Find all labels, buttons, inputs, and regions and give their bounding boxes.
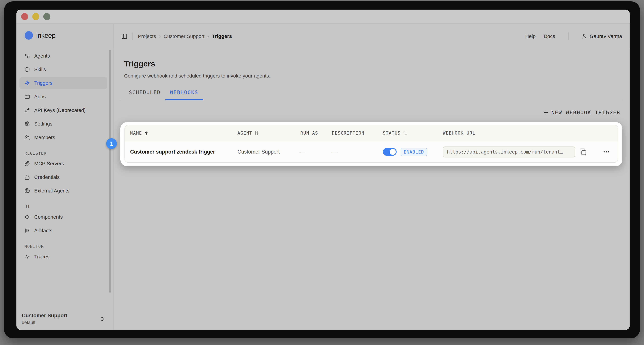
trigger-description: — — [332, 149, 383, 155]
components-icon — [24, 214, 30, 220]
triggers-icon — [24, 80, 30, 86]
column-header-webhook-url: WEBHOOK URL — [443, 131, 618, 136]
column-header-status[interactable]: STATUS — [383, 131, 443, 136]
page-subtitle: Configure webhook and scheduled triggers… — [124, 73, 623, 79]
logo-wordmark: inkeep — [36, 32, 56, 40]
column-header-run-as: RUN AS — [300, 131, 332, 136]
toggle-knob — [390, 149, 396, 155]
project-environment: default — [22, 320, 68, 325]
section-label-ui: UI — [24, 204, 113, 209]
sidebar-item-label: Traces — [34, 254, 50, 260]
mcp-icon — [24, 161, 30, 166]
sidebar-item-mcp-servers[interactable]: MCP Servers — [20, 157, 107, 170]
status-badge: ENABLED — [401, 148, 427, 156]
sidebar-nav: Agents Skills Triggers — [16, 50, 113, 263]
user-name: Gaurav Varma — [590, 33, 622, 39]
sidebar-item-label: Credentials — [34, 174, 60, 180]
sidebar-item-members[interactable]: Members — [20, 131, 107, 144]
sidebar-item-label: Artifacts — [34, 228, 52, 233]
sort-icon — [254, 131, 259, 135]
traces-icon — [24, 254, 30, 259]
artifacts-icon — [24, 228, 30, 233]
webhook-url-field[interactable]: https://api.agents.inkeep.com/run/tenant… — [443, 147, 575, 157]
gear-icon — [24, 121, 30, 127]
help-link[interactable]: Help — [525, 33, 536, 39]
lock-icon — [24, 175, 30, 180]
sidebar-item-label: Components — [34, 214, 63, 220]
sidebar-item-external-agents[interactable]: External Agents — [20, 185, 107, 197]
inkeep-logo-icon — [22, 30, 34, 41]
breadcrumb-project[interactable]: Customer Support — [164, 33, 204, 39]
sidebar-item-label: API Keys (Deprecated) — [34, 107, 86, 113]
titlebar — [16, 10, 630, 24]
column-header-name[interactable]: NAME — [130, 131, 238, 136]
breadcrumb-current: Triggers — [212, 33, 232, 39]
tab-scheduled[interactable]: SCHEDULED — [124, 89, 165, 100]
new-webhook-trigger-label: NEW WEBHOOK TRIGGER — [551, 109, 620, 115]
sidebar-item-triggers[interactable]: Triggers — [20, 77, 107, 89]
inkeep-logo[interactable]: inkeep — [16, 30, 113, 41]
breadcrumb-separator: › — [159, 34, 160, 39]
close-button[interactable] — [21, 13, 28, 20]
project-switcher[interactable]: Customer Support default — [22, 313, 105, 325]
table-header-row: NAME AGENT — [125, 125, 618, 141]
status-toggle[interactable] — [383, 148, 397, 156]
sidebar-item-label: MCP Servers — [34, 161, 64, 166]
copy-icon[interactable] — [580, 148, 586, 155]
sidebar-item-label: Agents — [34, 53, 50, 59]
trigger-name: Customer support zendesk trigger — [130, 149, 238, 155]
sidebar-toggle-icon[interactable] — [122, 33, 128, 39]
column-header-agent[interactable]: AGENT — [238, 131, 300, 136]
sidebar-scrollbar[interactable] — [109, 50, 111, 293]
main-area: Projects › Customer Support › Triggers H… — [114, 24, 630, 330]
minimize-button[interactable] — [32, 13, 39, 20]
row-actions-menu[interactable] — [602, 148, 610, 156]
user-menu[interactable]: Gaurav Varma — [582, 33, 622, 39]
sidebar-item-label: Members — [34, 135, 55, 140]
sidebar-item-label: Apps — [34, 94, 46, 100]
skills-icon — [24, 67, 30, 72]
tab-webhooks[interactable]: WEBHOOKS — [165, 89, 203, 100]
docs-link[interactable]: Docs — [544, 33, 555, 39]
header-divider — [568, 32, 568, 40]
members-icon — [24, 135, 30, 140]
sidebar-item-agents[interactable]: Agents — [20, 50, 107, 62]
breadcrumb-projects[interactable]: Projects — [138, 33, 156, 39]
globe-icon — [24, 188, 30, 193]
sidebar-item-artifacts[interactable]: Artifacts — [20, 224, 107, 237]
section-label-monitor: MONITOR — [24, 244, 113, 249]
project-name: Customer Support — [22, 313, 68, 319]
sidebar-item-label: Skills — [34, 67, 46, 72]
sidebar-item-label: Triggers — [34, 80, 52, 86]
maximize-button[interactable] — [43, 13, 50, 20]
trigger-run-as: — — [300, 149, 332, 155]
top-header: Projects › Customer Support › Triggers H… — [114, 24, 630, 49]
window-frame: inkeep Agents Skills — [4, 1, 640, 338]
chevrons-up-down-icon — [99, 316, 105, 322]
sidebar-item-components[interactable]: Components — [20, 211, 107, 223]
header-divider — [132, 32, 133, 40]
webhooks-table-card: 1 NAME — [120, 122, 622, 166]
column-header-description: DESCRIPTION — [332, 131, 383, 136]
breadcrumb: Projects › Customer Support › Triggers — [138, 33, 232, 39]
breadcrumb-separator: › — [208, 34, 209, 39]
sidebar-item-label: External Agents — [34, 188, 70, 194]
new-webhook-trigger-button[interactable]: NEW WEBHOOK TRIGGER — [543, 109, 620, 115]
sidebar-item-skills[interactable]: Skills — [20, 63, 107, 76]
sidebar-item-api-keys[interactable]: API Keys (Deprecated) — [20, 104, 107, 116]
plus-icon — [543, 110, 549, 115]
agents-icon — [24, 53, 30, 59]
sidebar-item-credentials[interactable]: Credentials — [20, 171, 107, 183]
annotation-badge-1: 1 — [106, 138, 117, 149]
key-icon — [24, 108, 30, 113]
sort-icon — [403, 131, 407, 135]
table-row[interactable]: Customer support zendesk trigger Custome… — [125, 141, 618, 162]
page-body: Triggers Configure webhook and scheduled… — [114, 49, 630, 330]
sidebar-item-apps[interactable]: Apps — [20, 91, 107, 103]
spotlight-highlight: NAME AGENT — [120, 122, 622, 166]
page-title: Triggers — [124, 59, 623, 68]
apps-icon — [24, 94, 30, 99]
sidebar-item-traces[interactable]: Traces — [20, 250, 107, 263]
sidebar-item-settings[interactable]: Settings — [20, 118, 107, 130]
app-window: inkeep Agents Skills — [16, 10, 630, 330]
